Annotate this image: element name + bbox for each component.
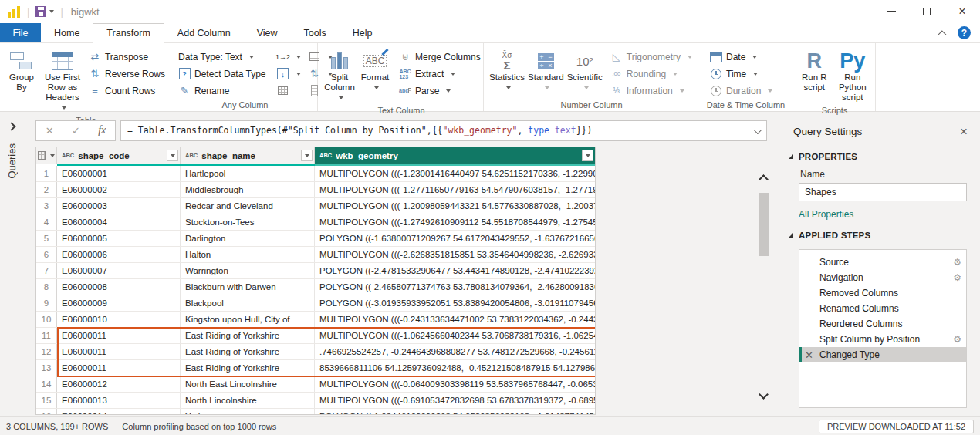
table-row[interactable]: 9E06000009BlackpoolPOLYGON ((-3.01935933… xyxy=(36,295,595,312)
cell-wkb-geometry[interactable]: MULTIPOLYGON (((-1.27711650779163 54.547… xyxy=(315,182,595,197)
query-name-input[interactable] xyxy=(799,183,967,201)
cell-shape-name[interactable]: Halton xyxy=(181,247,315,262)
parse-button[interactable]: abc Parse xyxy=(397,83,483,99)
split-column-button[interactable]: Split Column xyxy=(323,48,357,104)
minimize-button[interactable] xyxy=(874,0,909,23)
table-row[interactable]: 13E06000011East Riding of Yorkshire85396… xyxy=(36,360,595,376)
cell-wkb-geometry[interactable]: MULTIPOLYGON (((-0.243133634471002 53.73… xyxy=(315,312,595,327)
cell-wkb-geometry[interactable]: MULTIPOLYGON (((-1.20098059443321 54.577… xyxy=(315,198,595,214)
filter-button[interactable] xyxy=(301,150,313,161)
rounding-button[interactable]: .00 Rounding xyxy=(608,66,694,82)
cell-shape-code[interactable]: E06000010 xyxy=(57,312,181,327)
table-row[interactable]: 1E06000001HartlepoolMULTIPOLYGON (((-1.2… xyxy=(36,166,595,182)
table-row[interactable]: 6E06000006HaltonMULTIPOLYGON (((-2.62683… xyxy=(36,247,595,263)
cell-shape-code[interactable]: E06000011 xyxy=(57,328,181,343)
cell-wkb-geometry[interactable]: POLYGON ((-3.01935933952051 53.838942005… xyxy=(315,295,595,311)
tab-file[interactable]: File xyxy=(0,23,41,42)
cell-shape-code[interactable]: E06000014 xyxy=(57,409,181,415)
fx-icon[interactable]: fx xyxy=(98,124,106,137)
gear-icon[interactable]: ⚙ xyxy=(953,334,961,345)
filter-button[interactable] xyxy=(582,150,593,161)
cell-shape-name[interactable]: East Riding of Yorkshire xyxy=(181,344,315,359)
column-header-shape-name[interactable]: ABC shape_name xyxy=(181,147,315,164)
run-python-script-button[interactable]: Py Run Python script xyxy=(833,48,872,104)
cell-shape-name[interactable]: Stockton-on-Tees xyxy=(181,214,315,230)
cell-wkb-geometry[interactable]: POLYGON ((-2.47815332906477 53.443417489… xyxy=(315,263,595,278)
commit-formula-icon[interactable]: ✓ xyxy=(72,125,80,137)
cell-shape-code[interactable]: E06000001 xyxy=(57,166,181,181)
reverse-rows-button[interactable]: ⇅ Reverse Rows xyxy=(86,66,167,82)
cell-shape-code[interactable]: E06000007 xyxy=(57,263,181,278)
queries-pane-tab[interactable]: Queries xyxy=(6,143,18,179)
cell-shape-code[interactable]: E06000003 xyxy=(57,198,181,214)
format-button[interactable]: ABC Format xyxy=(358,48,392,94)
filter-button[interactable] xyxy=(167,150,178,161)
help-icon[interactable]: ? xyxy=(958,26,971,39)
table-row[interactable]: 10E06000010Kingston upon Hull, City ofMU… xyxy=(36,312,595,328)
table-row[interactable]: 7E06000007WarringtonPOLYGON ((-2.4781533… xyxy=(36,263,595,279)
scroll-up-icon[interactable] xyxy=(759,174,769,184)
table-row[interactable]: 4E06000004Stockton-on-TeesMULTIPOLYGON (… xyxy=(36,214,595,231)
group-by-button[interactable]: Group By xyxy=(5,48,39,94)
count-rows-button[interactable]: ≡ Count Rows xyxy=(86,83,167,99)
cell-wkb-geometry[interactable]: POLYGON ((-2.46580771374763 53.780813407… xyxy=(315,279,595,295)
cell-shape-code[interactable]: E06000011 xyxy=(57,344,181,359)
information-button[interactable]: ⅓ Information xyxy=(608,83,694,99)
trigonometry-button[interactable]: ◺ Trigonometry xyxy=(608,49,694,65)
table-row[interactable]: 14E06000012North East LincolnshireMULTIP… xyxy=(36,376,595,393)
close-button[interactable]: × xyxy=(945,0,980,23)
close-panel-icon[interactable]: × xyxy=(960,125,968,138)
cell-wkb-geometry[interactable]: POLYGON ((-1.03446100000263 54.052935693… xyxy=(315,409,595,415)
rename-button[interactable]: ✎ Rename xyxy=(176,83,269,99)
cell-wkb-geometry[interactable]: MULTIPOLYGON (((-1.06245660402344 53.706… xyxy=(315,328,595,343)
cell-shape-code[interactable]: E06000011 xyxy=(57,360,181,376)
gear-icon[interactable]: ⚙ xyxy=(953,272,961,283)
cell-wkb-geometry[interactable]: MULTIPOLYGON (((-2.6268351815851 53.3546… xyxy=(315,247,595,262)
scientific-button[interactable]: 10² Scientific xyxy=(566,48,603,94)
maximize-button[interactable] xyxy=(909,0,945,23)
column-header-shape-code[interactable]: ABC shape_code xyxy=(57,147,181,164)
fill-button[interactable]: ↓ xyxy=(275,66,303,82)
all-properties-link[interactable]: All Properties xyxy=(779,201,980,221)
expand-queries-pane-icon[interactable] xyxy=(7,122,15,130)
tab-tools[interactable]: Tools xyxy=(291,23,340,42)
date-button[interactable]: Date xyxy=(708,49,775,65)
applied-step[interactable]: Renamed Columns xyxy=(799,301,966,316)
duration-button[interactable]: Duration xyxy=(708,83,775,99)
cell-shape-code[interactable]: E06000013 xyxy=(57,393,181,408)
table-row[interactable]: 15E06000013North LincolnshireMULTIPOLYGO… xyxy=(36,393,595,409)
statistics-button[interactable]: X̄σΣ Statistics xyxy=(488,48,525,94)
cell-shape-name[interactable]: Warrington xyxy=(181,263,315,278)
merge-columns-button[interactable]: ⊎ Merge Columns xyxy=(397,49,483,65)
table-row[interactable]: 8E06000008Blackburn with DarwenPOLYGON (… xyxy=(36,279,595,295)
save-dropdown-caret-icon[interactable] xyxy=(49,10,54,13)
cell-shape-code[interactable]: E06000009 xyxy=(57,295,181,311)
table-row[interactable]: 5E06000005DarlingtonPOLYGON ((-1.6380007… xyxy=(36,231,595,247)
table-row[interactable]: 3E06000003Redcar and ClevelandMULTIPOLYG… xyxy=(36,198,595,214)
extract-button[interactable]: ABC123 Extract xyxy=(397,66,483,82)
table-row[interactable]: 11E06000011East Riding of YorkshireMULTI… xyxy=(36,328,595,344)
tab-view[interactable]: View xyxy=(244,23,291,42)
cell-shape-code[interactable]: E06000006 xyxy=(57,247,181,262)
table-row[interactable]: 12E06000011East Riding of Yorkshire.7466… xyxy=(36,344,595,360)
cell-shape-name[interactable]: York xyxy=(181,409,315,415)
cell-shape-name[interactable]: East Riding of Yorkshire xyxy=(181,328,315,343)
cell-shape-name[interactable]: Darlington xyxy=(181,231,315,246)
applied-step[interactable]: Navigation⚙ xyxy=(799,270,966,285)
gear-icon[interactable]: ⚙ xyxy=(953,257,961,268)
cell-shape-name[interactable]: Blackpool xyxy=(181,295,315,311)
tab-help[interactable]: Help xyxy=(340,23,386,42)
cell-wkb-geometry[interactable]: 8539666811106 54.1259736092488, -0.45212… xyxy=(315,360,595,376)
cell-shape-name[interactable]: Kingston upon Hull, City of xyxy=(181,312,315,327)
run-r-script-button[interactable]: R Run R script xyxy=(797,48,832,94)
cell-shape-name[interactable]: Blackburn with Darwen xyxy=(181,279,315,295)
cell-shape-name[interactable]: Middlesbrough xyxy=(181,182,315,197)
formula-input[interactable]: = Table.TransformColumnTypes(#"Split Col… xyxy=(120,120,767,141)
cell-wkb-geometry[interactable]: MULTIPOLYGON (((-1.27492610909112 54.551… xyxy=(315,214,595,230)
cell-shape-name[interactable]: East Riding of Yorkshire xyxy=(181,360,315,376)
standard-button[interactable]: +−÷× Standard xyxy=(527,48,565,94)
properties-section-header[interactable]: PROPERTIES xyxy=(779,143,980,166)
cell-shape-name[interactable]: North East Lincolnshire xyxy=(181,376,315,392)
applied-step[interactable]: Reordered Columns xyxy=(799,316,966,332)
scroll-down-icon[interactable] xyxy=(759,389,769,400)
